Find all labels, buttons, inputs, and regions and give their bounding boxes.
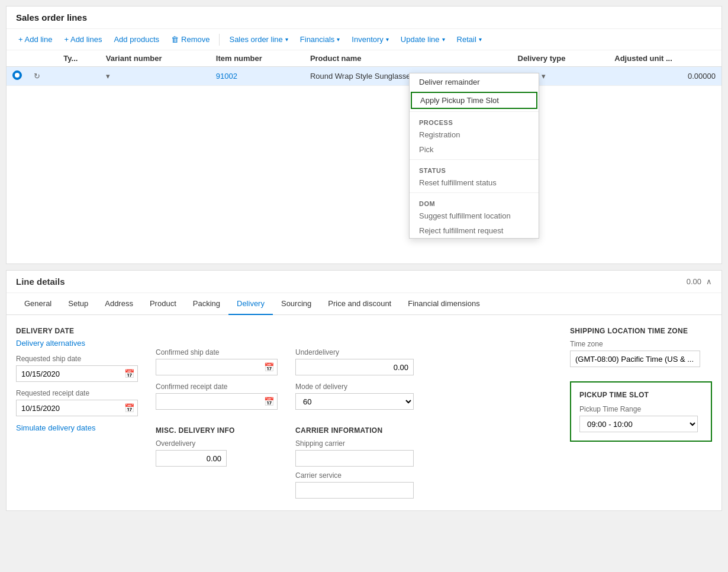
confirmed-receipt-date-label: Confirmed receipt date [156, 383, 278, 391]
line-details-panel: Line details 0.00 ∧ General Setup Addres… [6, 270, 722, 511]
cell-item-number: 91002 [210, 67, 304, 86]
update-line-button[interactable]: Update line ▾ [396, 33, 450, 46]
tab-general[interactable]: General [16, 293, 60, 315]
chevron-down-icon: ▾ [442, 36, 445, 43]
col-variant: Variant number [100, 50, 210, 67]
col-refresh [28, 50, 57, 67]
simulate-delivery-dates-link[interactable]: Simulate delivery dates [16, 423, 138, 432]
table-row[interactable]: ↻ ▾ 91002 Round Wrap Style Sunglasses St… [7, 67, 721, 86]
dom-section-header: DOM [410, 195, 539, 208]
apply-pickup-time-slot-item[interactable]: Apply Pickup Time Slot [411, 92, 537, 109]
requested-ship-date-input-wrapper: 📅 [16, 365, 138, 382]
chevron-down-icon: ▾ [542, 72, 546, 81]
calendar-icon-4[interactable]: 📅 [264, 397, 274, 406]
requested-receipt-date-label: Requested receipt date [16, 389, 138, 397]
mode-of-delivery-select[interactable]: 60 [295, 393, 414, 410]
suggest-fulfillment-item[interactable]: Suggest fulfillment location [410, 208, 539, 223]
tab-sourcing[interactable]: Sourcing [273, 293, 320, 315]
requested-ship-date-group: Requested ship date 📅 [16, 355, 138, 382]
menu-divider [410, 111, 539, 112]
pickup-time-range-label: Pickup Time Range [579, 405, 703, 413]
chevron-down-icon: ▾ [386, 36, 389, 43]
col-product-name: Product name [304, 50, 492, 67]
menu-divider-3 [410, 192, 539, 193]
separator [219, 34, 220, 46]
delivery-form: DELIVERY DATE Delivery alternatives Requ… [7, 315, 721, 510]
tab-price-discount[interactable]: Price and discount [320, 293, 400, 315]
panel-title: Sales order lines [7, 7, 721, 29]
pick-item[interactable]: Pick [410, 142, 539, 157]
reset-fulfillment-item[interactable]: Reset fulfillment status [410, 175, 539, 190]
misc-delivery-section: MISC. DELIVERY INFO Overdelivery [156, 426, 278, 467]
confirmed-ship-date-input-wrapper: 📅 [156, 359, 278, 375]
carrier-info-header: CARRIER INFORMATION [295, 426, 414, 435]
line-details-title: Line details [16, 277, 65, 287]
tab-packing[interactable]: Packing [185, 293, 228, 315]
chevron-down-icon: ▾ [479, 36, 482, 43]
trash-icon: 🗑 [171, 35, 179, 44]
inventory-button[interactable]: Inventory ▾ [347, 33, 393, 46]
delivery-date-header: DELIVERY DATE [16, 327, 138, 335]
mode-of-delivery-wrapper: 60 [295, 393, 414, 410]
calendar-icon-3[interactable]: 📅 [264, 362, 274, 372]
table-spacer [7, 86, 721, 263]
carrier-service-label: Carrier service [295, 471, 414, 480]
carrier-service-input[interactable] [295, 482, 414, 499]
collapse-icon[interactable]: ∧ [706, 277, 712, 286]
calendar-icon-2[interactable]: 📅 [124, 403, 134, 413]
underdelivery-input[interactable] [295, 359, 414, 375]
table-area: Ty... Variant number Item number Product… [7, 50, 721, 263]
overdelivery-input[interactable] [156, 450, 227, 467]
requested-receipt-date-group: Requested receipt date 📅 [16, 389, 138, 416]
tab-address[interactable]: Address [96, 293, 141, 315]
shipping-tz-header: SHIPPING LOCATION TIME ZONE [570, 327, 712, 335]
requested-ship-date-label: Requested ship date [16, 355, 138, 363]
remove-button[interactable]: 🗑 Remove [166, 33, 214, 46]
timezone-label: Time zone [570, 340, 712, 348]
timezone-input[interactable] [570, 351, 700, 367]
overdelivery-label: Overdelivery [156, 439, 278, 448]
tab-delivery[interactable]: Delivery [228, 293, 273, 315]
pickup-time-range-wrapper: 09:00 - 10:00 [579, 416, 703, 432]
pickup-time-range-select[interactable]: 09:00 - 10:00 [579, 416, 698, 432]
confirmed-ship-date-label: Confirmed ship date [156, 348, 278, 356]
line-details-tabs: General Setup Address Product Packing De… [7, 293, 721, 315]
delivery-alternatives-link[interactable]: Delivery alternatives [16, 339, 138, 348]
mode-of-delivery-label: Mode of delivery [295, 383, 414, 391]
add-lines-button[interactable]: + Add lines [59, 33, 107, 46]
cell-variant: ▾ [100, 67, 210, 86]
order-lines-table: Ty... Variant number Item number Product… [7, 50, 721, 86]
deliver-remainder-item[interactable]: Deliver remainder [410, 73, 539, 91]
col-empty [492, 50, 511, 67]
add-line-button[interactable]: + Add line [14, 33, 57, 46]
carrier-info-section: CARRIER INFORMATION Shipping carrier Car… [295, 426, 414, 499]
tab-financial-dimensions[interactable]: Financial dimensions [400, 293, 488, 315]
chevron-down-icon: ▾ [285, 36, 288, 43]
confirmed-ship-date-input[interactable] [156, 359, 278, 375]
carrier-service-group: Carrier service [295, 471, 414, 499]
reject-fulfillment-item[interactable]: Reject fulfillment request [410, 223, 539, 238]
line-details-header: Line details 0.00 ∧ [7, 271, 721, 293]
tab-product[interactable]: Product [141, 293, 185, 315]
underdelivery-group: Underdelivery [295, 348, 414, 375]
registration-item[interactable]: Registration [410, 127, 539, 142]
timezone-group: Time zone [570, 340, 712, 367]
confirmed-receipt-date-input[interactable] [156, 393, 278, 410]
requested-ship-date-input[interactable] [16, 365, 138, 382]
delivery-date-col: DELIVERY DATE Delivery alternatives Requ… [16, 327, 138, 499]
row-checkbox[interactable] [12, 70, 22, 80]
shipping-carrier-input[interactable] [295, 450, 414, 467]
pickup-time-range-group: Pickup Time Range 09:00 - 10:00 [579, 405, 703, 432]
confirmed-dates-col: Confirmed ship date 📅 Confirmed receipt … [156, 327, 278, 499]
add-products-button[interactable]: Add products [109, 33, 164, 46]
retail-button[interactable]: Retail ▾ [452, 33, 487, 46]
tab-setup[interactable]: Setup [60, 293, 96, 315]
calendar-icon[interactable]: 📅 [124, 369, 134, 378]
refresh-icon[interactable]: ↻ [34, 72, 40, 81]
requested-receipt-date-input[interactable] [16, 400, 138, 416]
col-item-number: Item number [210, 50, 304, 67]
process-section-header: PROCESS [410, 114, 539, 127]
financials-button[interactable]: Financials ▾ [295, 33, 345, 46]
sales-order-line-button[interactable]: Sales order line ▾ [224, 33, 292, 46]
chevron-down-icon: ▾ [106, 72, 110, 81]
